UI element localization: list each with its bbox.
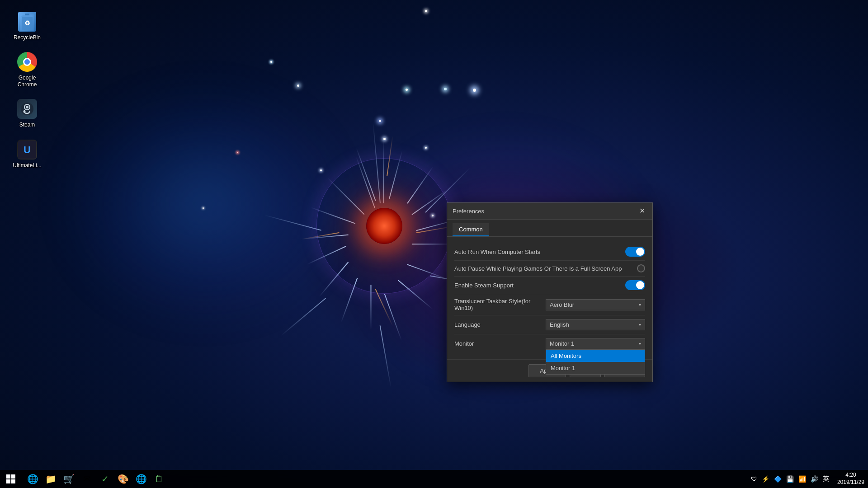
ultrai-icon[interactable]: U UltimateLi... bbox=[7, 137, 47, 170]
chrome-taskbar-icon: 🌐 bbox=[136, 474, 147, 484]
dropdown-monitor-options: All Monitors Monitor 1 bbox=[546, 349, 645, 375]
desktop-icons: ♻ RecycleBin Google Chrome bbox=[0, 0, 54, 170]
pref-row-monitor: Monitor Monitor 1 ▾ All Monitors Monitor… bbox=[454, 334, 645, 353]
start-button[interactable] bbox=[0, 470, 22, 488]
desktop-background bbox=[0, 0, 868, 488]
dropdown-option-monitor-1[interactable]: Monitor 1 bbox=[546, 362, 645, 374]
tray-app2-icon[interactable]: 🔷 bbox=[773, 475, 783, 483]
pref-row-language: Language English ▾ bbox=[454, 315, 645, 334]
dialog-tabs: Common bbox=[447, 220, 652, 237]
clock-date: 2019/11/29 bbox=[837, 479, 864, 486]
steam-image bbox=[16, 98, 38, 120]
radio-auto-pause[interactable] bbox=[637, 264, 645, 272]
dropdown-language-value: English bbox=[550, 321, 569, 328]
ultrai-label: UltimateLi... bbox=[13, 162, 41, 169]
pref-label-steam-support: Enable Steam Support bbox=[454, 282, 625, 289]
steam-label: Steam bbox=[19, 122, 35, 128]
taskbar-app-chrome[interactable]: 🌐 bbox=[132, 470, 150, 488]
preferences-dialog: Preferences ✕ Common Auto Run When Compu… bbox=[447, 202, 653, 382]
ie-icon: 🌐 bbox=[27, 474, 38, 484]
dropdown-language[interactable]: English ▾ bbox=[546, 319, 645, 330]
toggle-steam-support[interactable] bbox=[625, 280, 645, 290]
toggle-auto-run[interactable] bbox=[625, 247, 645, 257]
pref-label-taskbar-style: Translucent Taskbar Style(for Win10) bbox=[454, 298, 546, 311]
taskbar-tray: 🛡 ⚡ 🔷 💾 📶 🔊 英 bbox=[746, 470, 834, 488]
recycle-bin-icon[interactable]: ♻ RecycleBin bbox=[7, 9, 47, 42]
dialog-titlebar: Preferences ✕ bbox=[447, 203, 652, 220]
svg-point-6 bbox=[26, 106, 28, 108]
tray-app1-icon[interactable]: ⚡ bbox=[761, 475, 770, 483]
tray-network-icon[interactable]: 📶 bbox=[797, 475, 807, 483]
pref-row-auto-run: Auto Run When Computer Starts bbox=[454, 243, 645, 261]
windows-logo bbox=[6, 474, 15, 483]
dropdown-option-all-monitors[interactable]: All Monitors bbox=[546, 350, 645, 362]
tray-volume-icon[interactable]: 🔊 bbox=[810, 475, 819, 483]
chevron-down-icon-lang: ▾ bbox=[639, 322, 641, 327]
svg-rect-3 bbox=[25, 14, 29, 15]
steam-icon[interactable]: Steam bbox=[7, 96, 47, 130]
pref-label-monitor: Monitor bbox=[454, 340, 546, 347]
taskbar-app-ie[interactable]: 🌐 bbox=[24, 470, 42, 488]
tab-common[interactable]: Common bbox=[453, 223, 489, 236]
recycle-bin-image: ♻ bbox=[16, 11, 38, 33]
todo-icon: ✓ bbox=[101, 474, 109, 484]
taskbar-app-todo[interactable]: ✓ bbox=[96, 470, 114, 488]
pref-label-language: Language bbox=[454, 321, 546, 328]
mail-icon: ✉ bbox=[83, 474, 91, 484]
store-icon: 🛒 bbox=[63, 474, 75, 484]
notes-icon: 🗒 bbox=[155, 474, 164, 484]
tray-app3-icon[interactable]: 💾 bbox=[785, 475, 795, 483]
dialog-close-button[interactable]: ✕ bbox=[637, 206, 647, 216]
pref-row-taskbar-style: Translucent Taskbar Style(for Win10) Aer… bbox=[454, 294, 645, 315]
dropdown-monitor-value: Monitor 1 bbox=[550, 340, 574, 347]
taskbar-apps: 🌐 📁 🛒 ✉ ✓ 🎨 🌐 🗒 bbox=[22, 470, 746, 488]
tray-language-icon[interactable]: 英 bbox=[822, 475, 830, 483]
taskbar-app-explorer[interactable]: 📁 bbox=[42, 470, 60, 488]
chevron-down-icon-monitor: ▾ bbox=[639, 341, 641, 346]
taskbar-app-vscode[interactable]: 🎨 bbox=[114, 470, 132, 488]
taskbar: 🌐 📁 🛒 ✉ ✓ 🎨 🌐 🗒 🛡 ⚡ bbox=[0, 470, 868, 488]
taskbar-clock[interactable]: 4:20 2019/11/29 bbox=[834, 472, 868, 486]
dropdown-taskbar-style[interactable]: Aero Blur ▾ bbox=[546, 299, 645, 310]
explorer-icon: 📁 bbox=[45, 474, 57, 484]
taskbar-app-store[interactable]: 🛒 bbox=[60, 470, 78, 488]
ultrai-image: U bbox=[16, 139, 38, 160]
pref-label-auto-run: Auto Run When Computer Starts bbox=[454, 249, 625, 255]
dropdown-monitor-container: Monitor 1 ▾ All Monitors Monitor 1 bbox=[546, 338, 645, 349]
google-chrome-icon[interactable]: Google Chrome bbox=[7, 49, 47, 89]
dropdown-monitor[interactable]: Monitor 1 ▾ bbox=[546, 338, 645, 349]
dropdown-taskbar-style-value: Aero Blur bbox=[550, 301, 574, 308]
pref-row-auto-pause: Auto Pause While Playing Games Or There … bbox=[454, 261, 645, 277]
svg-text:U: U bbox=[24, 144, 31, 155]
svg-text:♻: ♻ bbox=[24, 19, 30, 27]
taskbar-app-mail[interactable]: ✉ bbox=[78, 470, 96, 488]
vscode-icon: 🎨 bbox=[118, 474, 129, 484]
google-chrome-label: Google Chrome bbox=[18, 75, 37, 88]
taskbar-app-notes[interactable]: 🗒 bbox=[150, 470, 168, 488]
dialog-title: Preferences bbox=[453, 208, 484, 215]
clock-time: 4:20 bbox=[845, 472, 856, 479]
toggle-knob-auto-run bbox=[636, 248, 644, 256]
toggle-knob-steam-support bbox=[636, 281, 644, 289]
chrome-image bbox=[16, 51, 38, 73]
dialog-content: Auto Run When Computer Starts Auto Pause… bbox=[447, 237, 652, 359]
pref-label-auto-pause: Auto Pause While Playing Games Or There … bbox=[454, 265, 637, 272]
svg-point-7 bbox=[24, 111, 26, 113]
tray-antivirus-icon[interactable]: 🛡 bbox=[750, 475, 758, 483]
pref-row-steam-support: Enable Steam Support bbox=[454, 277, 645, 294]
chevron-down-icon: ▾ bbox=[639, 302, 641, 307]
recycle-bin-label: RecycleBin bbox=[14, 34, 41, 41]
